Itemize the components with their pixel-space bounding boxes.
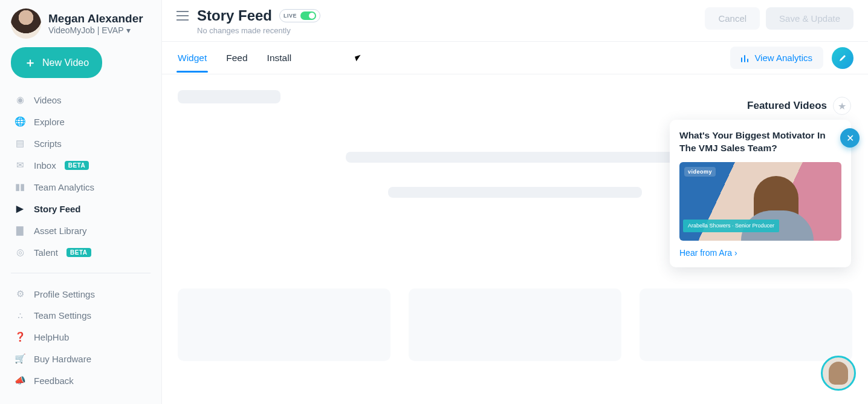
skeleton-card	[409, 288, 621, 361]
page-title: Story Feed	[197, 7, 272, 24]
favorite-button[interactable]: ★	[833, 97, 851, 115]
sidebar: Megan Alexander VideoMyJob | EVAP ▾ ＋ Ne…	[0, 0, 162, 404]
nav-item-helphub[interactable]: ❓ HelpHub	[11, 326, 151, 348]
tab-install[interactable]: Install	[266, 44, 293, 72]
tab-feed[interactable]: Feed	[225, 44, 248, 72]
lower-third-label: Arabella Showers · Senior Producer	[683, 220, 779, 232]
featured-video-card[interactable]: What's Your Biggest Motivator In The VMJ…	[670, 120, 851, 267]
nav-item-team-settings[interactable]: ⛬ Team Settings	[11, 305, 151, 326]
nav-item-inbox[interactable]: ✉ Inbox BETA	[11, 154, 151, 176]
new-video-label: New Video	[42, 57, 89, 68]
nav-item-explore[interactable]: 🌐 Explore	[11, 111, 151, 132]
nav-label: Profile Settings	[34, 289, 95, 299]
brand-tag: videomy	[684, 167, 716, 177]
folder-icon: ▇	[15, 225, 25, 236]
nav-label: Scripts	[34, 138, 62, 149]
nav-label: Explore	[34, 117, 65, 127]
skeleton-card	[640, 288, 852, 361]
chart-icon: ▮▮	[15, 181, 25, 192]
nav-item-asset-library[interactable]: ▇ Asset Library	[11, 220, 151, 241]
mail-icon: ✉	[15, 160, 25, 171]
skeleton-card	[178, 288, 390, 361]
save-update-button[interactable]: Save & Update	[766, 7, 853, 30]
beta-badge: BETA	[65, 161, 89, 170]
people-icon: ⛬	[15, 310, 25, 321]
close-icon: ✕	[846, 132, 854, 144]
star-icon: ★	[838, 100, 846, 112]
featured-videos-panel: Featured Videos ★ What's Your Biggest Mo…	[670, 97, 851, 267]
nav-item-team-analytics[interactable]: ▮▮ Team Analytics	[11, 176, 151, 198]
sidebar-divider	[11, 273, 151, 273]
beta-badge: BETA	[66, 248, 91, 257]
tab-bar: Widget Feed Install View Analytics	[162, 42, 868, 74]
edit-button[interactable]	[832, 47, 853, 69]
featured-video-thumbnail[interactable]: videomy Arabella Showers · Senior Produc…	[679, 162, 841, 241]
new-video-button[interactable]: ＋ New Video	[11, 47, 102, 78]
feed-icon: ▶	[15, 203, 25, 214]
featured-video-title: What's Your Biggest Motivator In The VMJ…	[679, 129, 841, 155]
target-icon: ◎	[15, 247, 25, 258]
sidebar-toggle-button[interactable]	[177, 11, 189, 23]
eye-icon: ◉	[15, 94, 25, 105]
live-toggle[interactable]: LIVE	[279, 9, 320, 22]
script-icon: ▤	[15, 138, 25, 149]
nav-item-talent[interactable]: ◎ Talent BETA	[11, 241, 151, 263]
page-subtitle: No changes made recently	[197, 26, 320, 35]
chat-launcher[interactable]	[821, 356, 856, 391]
cancel-button[interactable]: Cancel	[705, 7, 760, 30]
pencil-icon	[838, 54, 847, 62]
nav-label: Buy Hardware	[34, 354, 91, 364]
skeleton-loader	[178, 90, 280, 103]
help-icon: ❓	[15, 331, 25, 342]
nav-label: Team Analytics	[34, 182, 94, 192]
skeleton-loader	[388, 187, 642, 198]
nav-label: Talent	[34, 247, 58, 258]
tab-widget[interactable]: Widget	[177, 44, 208, 72]
nav-item-story-feed[interactable]: ▶ Story Feed	[11, 198, 151, 220]
skeleton-loader	[346, 152, 684, 163]
view-analytics-label: View Analytics	[754, 53, 812, 63]
secondary-nav: ⚙ Profile Settings ⛬ Team Settings ❓ Hel…	[11, 283, 151, 391]
nav-label: Videos	[34, 95, 62, 105]
primary-nav: ◉ Videos 🌐 Explore ▤ Scripts ✉ Inbox BET…	[11, 89, 151, 263]
user-display-name: Megan Alexander	[48, 12, 143, 25]
main-area: Story Feed LIVE No changes made recently…	[162, 0, 868, 404]
chevron-down-icon: ▾	[126, 25, 131, 35]
nav-item-scripts[interactable]: ▤ Scripts	[11, 132, 151, 154]
user-org-label: VideoMyJob | EVAP	[48, 25, 124, 35]
view-analytics-button[interactable]: View Analytics	[730, 47, 823, 69]
nav-label: Story Feed	[34, 204, 81, 214]
user-avatar	[11, 8, 41, 39]
org-switcher[interactable]: VideoMyJob | EVAP ▾	[48, 25, 143, 35]
nav-item-profile-settings[interactable]: ⚙ Profile Settings	[11, 283, 151, 305]
nav-label: Feedback	[34, 376, 74, 386]
featured-video-link[interactable]: Hear from Ara	[679, 248, 841, 258]
nav-label: Inbox	[34, 160, 56, 171]
nav-item-buy-hardware[interactable]: 🛒 Buy Hardware	[11, 348, 151, 370]
featured-videos-title: Featured Videos	[747, 100, 827, 112]
close-panel-button[interactable]: ✕	[840, 128, 860, 148]
user-profile-row[interactable]: Megan Alexander VideoMyJob | EVAP ▾	[11, 8, 151, 39]
nav-label: HelpHub	[34, 332, 69, 342]
cart-icon: 🛒	[15, 353, 25, 364]
live-label: LIVE	[283, 13, 297, 19]
plus-icon: ＋	[24, 54, 36, 71]
megaphone-icon: 📣	[15, 375, 25, 386]
globe-icon: 🌐	[15, 116, 25, 127]
nav-label: Team Settings	[34, 310, 91, 321]
bar-chart-icon	[741, 54, 750, 62]
nav-item-feedback[interactable]: 📣 Feedback	[11, 370, 151, 391]
nav-item-videos[interactable]: ◉ Videos	[11, 89, 151, 111]
gear-icon: ⚙	[15, 288, 25, 299]
toggle-switch-icon	[300, 11, 316, 20]
page-header: Story Feed LIVE No changes made recently…	[162, 0, 868, 42]
avatar-icon	[829, 362, 848, 385]
nav-label: Asset Library	[34, 226, 87, 236]
